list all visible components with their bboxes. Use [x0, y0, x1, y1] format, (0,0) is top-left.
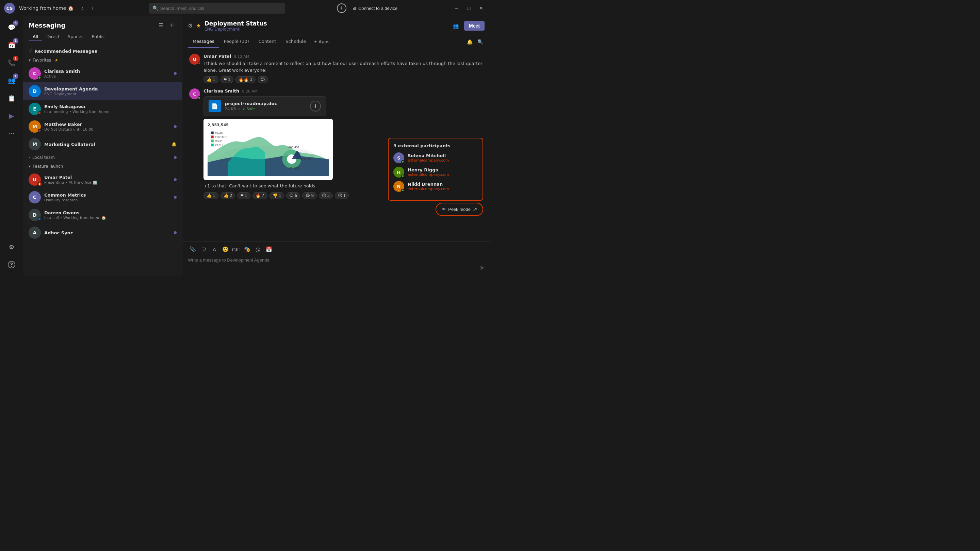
conversation-item-matthew[interactable]: M Matthew Baker Do Not Disturb until 16:…	[23, 118, 182, 135]
reaction-c-fire[interactable]: 🔥 7	[253, 192, 267, 199]
conversation-item-clarissa[interactable]: C Clarissa Smith Active	[23, 65, 182, 82]
reaction-heart[interactable]: ❤️ 1	[221, 76, 234, 83]
filter-button[interactable]: ☰	[156, 21, 166, 30]
tab-schedule[interactable]: Schedule	[281, 35, 311, 48]
tab-content[interactable]: Content	[254, 35, 281, 48]
reaction-c-cry[interactable]: 😢 1	[335, 192, 349, 199]
henry-name: Henry Riggs	[408, 167, 449, 172]
icon-sidebar: 💬 5 📅 1 📞 1 👥 1 📋 ▶ ··· ⚙ ?	[0, 16, 23, 275]
adhoc-info: Adhoc Sync	[44, 230, 170, 235]
message-format-button[interactable]: 🗨	[199, 245, 208, 254]
close-button[interactable]: ✕	[476, 3, 486, 13]
text-format-button[interactable]: A	[210, 245, 219, 254]
marketing-info: Marketing Collateral	[44, 142, 168, 147]
reaction-fire[interactable]: 🔥🔥 3	[235, 76, 256, 83]
reaction-c-thumbsdown[interactable]: 👎 1	[269, 192, 285, 199]
add-tab-button[interactable]: + Apps	[311, 36, 332, 48]
notifications-button[interactable]: 🔔	[466, 38, 474, 46]
cursor-indicator: ↗	[473, 206, 477, 213]
tab-messages[interactable]: Messages	[188, 35, 219, 48]
local-team-group[interactable]: › Local team	[23, 153, 182, 162]
input-toolbar: 📎 🗨 A 😊 GIF 🎭 @ 📅 ···	[188, 245, 485, 254]
main-content: ⚙ ★ Deployment Status ENG Deployment 👥 M…	[182, 16, 490, 275]
sidebar-item-people[interactable]: 👥 1	[3, 72, 20, 89]
emoji-button[interactable]: 😊	[221, 245, 230, 254]
tab-people[interactable]: People (30)	[219, 35, 254, 48]
schedule-button[interactable]: 📅	[264, 245, 274, 254]
minimize-button[interactable]: ─	[452, 3, 461, 13]
connect-device-button[interactable]: 🖥 Connect to a device	[349, 5, 400, 12]
henry-email: externalcompany.com	[408, 172, 449, 177]
sidebar-item-contacts[interactable]: 📋	[3, 90, 20, 106]
sidebar-item-help[interactable]: ?	[3, 256, 20, 273]
tab-public[interactable]: Public	[88, 33, 108, 41]
mention-button[interactable]: @	[253, 245, 263, 254]
clarissa-msg-header: Clarissa Smith 8:28 AM	[204, 89, 483, 94]
add-button[interactable]: +	[337, 3, 347, 13]
sidebar-item-activity[interactable]: ▶	[3, 108, 20, 124]
meet-button[interactable]: Meet	[464, 21, 485, 30]
sticker-button[interactable]: 🎭	[242, 245, 252, 254]
user-avatar[interactable]: CS	[4, 3, 15, 14]
file-download-button[interactable]: ⬇	[310, 101, 321, 111]
search-channel-button[interactable]: 🔍	[476, 38, 485, 46]
conversation-item-dev-agenda[interactable]: D Development Agenda ENG Deployment	[23, 82, 182, 100]
message-input-area: 📎 🗨 A 😊 GIF 🎭 @ 📅 ··· ➤	[182, 241, 490, 275]
svg-text:654,745: 654,745	[300, 157, 311, 160]
send-button[interactable]: ➤	[479, 264, 485, 272]
help-icon: ?	[8, 261, 15, 268]
feature-launch-group[interactable]: ▾ Feature launch	[23, 162, 182, 171]
reaction-c-smile[interactable]: 😊 6	[286, 192, 300, 199]
conversation-item-common-metrics[interactable]: C Common Metrics Usability research	[23, 189, 182, 206]
file-name: project-roadmap.doc	[225, 101, 306, 106]
clarissa-name: Clarissa Smith	[44, 69, 170, 74]
svg-rect-9	[211, 136, 214, 138]
sidebar-item-more[interactable]: ···	[3, 125, 20, 141]
reaction-smile[interactable]: 😊	[258, 76, 268, 83]
conversation-item-adhoc[interactable]: A Adhoc Sync	[23, 224, 182, 241]
tab-spaces[interactable]: Spaces	[64, 33, 88, 41]
channel-subname[interactable]: ENG Deployment	[205, 27, 267, 32]
peek-btn-label: Peek mode	[448, 207, 471, 212]
tab-all[interactable]: All	[29, 33, 42, 41]
sidebar-item-calls[interactable]: 📞 1	[3, 54, 20, 71]
reaction-thumbsup[interactable]: 👍 1	[204, 76, 218, 83]
attach-button[interactable]: 📎	[188, 245, 197, 254]
conversation-item-umar[interactable]: U ▶ Umar Patel Presenting • At the offic…	[23, 171, 182, 189]
sidebar-item-settings[interactable]: ⚙	[3, 239, 20, 255]
reaction-c-thumbsup1[interactable]: 👍 1	[204, 192, 218, 199]
sidebar-item-calendar[interactable]: 📅 1	[3, 37, 20, 53]
channel-gear-icon[interactable]: ⚙	[188, 22, 192, 29]
top-bar: CS Working from home 🏠 ‹ › 🔍 + 🖥 Connect…	[0, 0, 490, 16]
nav-back-button[interactable]: ‹	[78, 3, 87, 13]
favorites-group[interactable]: ▾ Favorites ★	[23, 56, 182, 65]
conversation-item-darren[interactable]: D Darren Owens In a call • Working from …	[23, 206, 182, 224]
clarissa-msg-avatar: C	[189, 89, 200, 99]
reaction-c-wow[interactable]: 😮 3	[319, 192, 333, 199]
file-info: project-roadmap.doc 24 KB • ✔ Safe	[225, 101, 306, 111]
maximize-button[interactable]: □	[464, 3, 474, 13]
participants-icon-button[interactable]: 👥	[450, 22, 461, 30]
gif-button[interactable]: GIF	[231, 245, 241, 254]
message-input-field[interactable]	[188, 256, 485, 264]
reaction-c-heart[interactable]: ❤️ 1	[237, 192, 250, 199]
henry-avatar: H	[393, 167, 404, 178]
umar-info: Umar Patel Presenting • At the office 🏢	[44, 175, 170, 185]
peek-mode-button[interactable]: 👁 Peek mode ↗	[436, 203, 483, 216]
nav-forward-button[interactable]: ›	[88, 3, 97, 13]
marketing-avatar: M	[29, 138, 41, 150]
reaction-c-laugh[interactable]: 😂 9	[302, 192, 317, 199]
compose-button[interactable]: +	[167, 21, 177, 30]
messaging-actions: ☰ +	[156, 21, 177, 30]
search-input[interactable]	[160, 6, 282, 11]
more-options-button[interactable]: ···	[275, 245, 285, 254]
nikki-name: Nikki Brennan	[408, 182, 449, 187]
reaction-c-thumbsup2[interactable]: 👍 2	[221, 192, 235, 199]
selena-email: externalcompany.com	[408, 158, 449, 163]
channel-star-icon[interactable]: ★	[196, 22, 201, 29]
tab-direct[interactable]: Direct	[42, 33, 64, 41]
conversation-item-emily[interactable]: E Emily Nakagawa In a meeting • Working …	[23, 100, 182, 118]
monitor-icon: 🖥	[352, 6, 356, 11]
sidebar-item-chat[interactable]: 💬 5	[3, 19, 20, 35]
conversation-item-marketing[interactable]: M Marketing Collateral 🔔	[23, 135, 182, 153]
